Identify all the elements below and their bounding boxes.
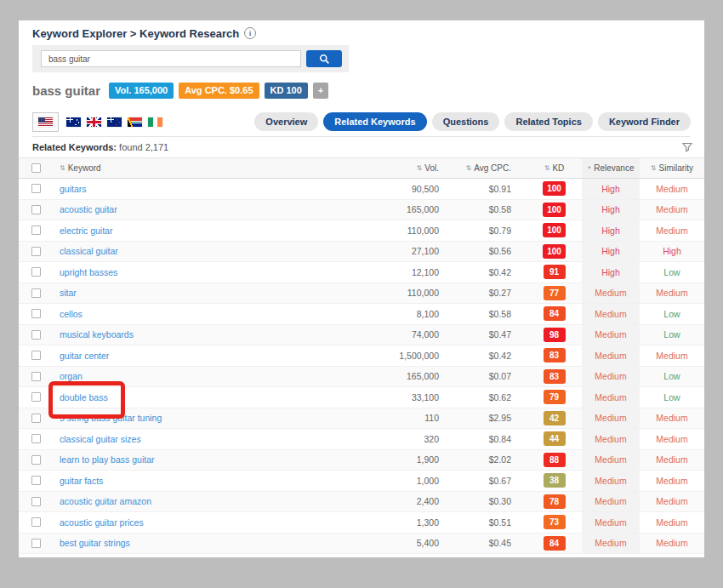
table-row: guitars 90,500 $0.91 100 High Medium — [19, 179, 704, 200]
row-checkbox[interactable] — [31, 476, 41, 485]
table-row: upright basses 12,100 $0.42 91 High Low — [19, 262, 704, 283]
tab-overview[interactable]: Overview — [254, 112, 318, 131]
united-kingdom-flag-icon[interactable] — [87, 117, 101, 127]
row-checkbox[interactable] — [31, 517, 41, 527]
similarity-value: Medium — [640, 450, 704, 471]
keyword-link[interactable]: best guitar strings — [60, 538, 130, 548]
tab-related-keywords[interactable]: Related Keywords — [323, 112, 426, 131]
sort-icon: ⇅ — [60, 164, 65, 172]
header-relevance[interactable]: •Relevance — [582, 158, 640, 178]
row-checkbox[interactable] — [31, 392, 41, 402]
row-checkbox[interactable] — [31, 225, 41, 235]
south-africa-flag-icon[interactable] — [128, 117, 142, 127]
table-row: classical guitar 27,100 $0.56 100 High H… — [19, 242, 704, 263]
info-icon[interactable]: i — [244, 27, 256, 39]
relevance-value: Medium — [582, 345, 640, 366]
keyword-link[interactable]: acoustic guitar amazon — [60, 496, 151, 506]
keyword-link[interactable]: musical keyboards — [60, 329, 134, 340]
keyword-summary: bass guitar Vol. 165,000 Avg CPC. $0.65 … — [32, 82, 691, 100]
keyword-link[interactable]: electric guitar — [60, 225, 112, 236]
united-states-flag-icon — [38, 117, 53, 127]
volume-value: 320 — [373, 429, 454, 449]
cpc-value: $0.58 — [454, 304, 527, 324]
similarity-value: Low — [640, 304, 704, 324]
keyword-link[interactable]: guitars — [60, 184, 87, 194]
row-checkbox[interactable] — [31, 497, 41, 506]
row-checkbox[interactable] — [31, 330, 41, 340]
kd-badge: 38 — [544, 473, 566, 488]
relevance-value: High — [582, 262, 640, 283]
keyword-link[interactable]: double bass — [60, 392, 108, 402]
volume-value: 74,000 — [373, 325, 454, 345]
tab-related-topics[interactable]: Related Topics — [504, 112, 592, 131]
keyword-link[interactable]: learn to play bass guitar — [60, 454, 154, 465]
kd-badge: 79 — [544, 390, 566, 404]
keyword-link[interactable]: classical guitar sizes — [60, 434, 141, 444]
cpc-value: $0.56 — [454, 242, 527, 262]
table-row: acoustic guitar amazon 2,400 $0.30 78 Me… — [19, 492, 704, 513]
search-button[interactable] — [306, 50, 342, 67]
table-row: learn to play bass guitar 1,900 $2.02 88… — [19, 450, 704, 471]
header-similarity[interactable]: ⇅Similarity — [640, 163, 704, 173]
similarity-value: Low — [640, 262, 704, 283]
kd-badge: 44 — [544, 431, 566, 446]
row-checkbox[interactable] — [31, 434, 41, 443]
table-row: double bass 33,100 $0.62 79 Medium Low — [19, 387, 704, 408]
relevance-value: Medium — [582, 492, 640, 512]
keyword-link[interactable]: acoustic guitar — [60, 204, 117, 214]
filter-icon[interactable] — [682, 142, 692, 152]
table-row: cellos 8,100 $0.58 84 Medium Low — [19, 304, 704, 325]
header-kd[interactable]: ⇅KD — [527, 163, 582, 173]
search-input[interactable] — [41, 50, 301, 67]
header-keyword[interactable]: ⇅Keyword — [53, 163, 373, 173]
header-volume[interactable]: ⇅Vol. — [373, 163, 454, 173]
tab-keyword-finder[interactable]: Keyword Finder — [598, 112, 691, 131]
select-all-checkbox[interactable] — [31, 163, 41, 173]
results-count-bar: Related Keywords: found 2,171 — [19, 137, 704, 158]
cpc-badge: Avg CPC. $0.65 — [179, 83, 259, 99]
kd-badge: 78 — [544, 494, 566, 509]
relevance-value: Medium — [582, 534, 640, 554]
row-checkbox[interactable] — [31, 247, 41, 256]
keyword-link[interactable]: organ — [60, 371, 83, 381]
keyword-link[interactable]: upright basses — [60, 267, 117, 277]
row-checkbox[interactable] — [31, 351, 41, 360]
volume-value: 110 — [373, 408, 454, 429]
keyword-link[interactable]: acoustic guitar prices — [60, 517, 144, 528]
keyword-link[interactable]: cellos — [60, 309, 83, 319]
similarity-value: Medium — [640, 471, 704, 491]
row-checkbox[interactable] — [31, 455, 41, 465]
kd-badge: 100 — [543, 203, 566, 217]
keyword-link[interactable]: guitar facts — [60, 476, 103, 486]
flag-united-states-selected[interactable] — [32, 112, 59, 132]
row-checkbox[interactable] — [31, 372, 41, 381]
results-found: found 2,171 — [119, 142, 168, 152]
tab-questions[interactable]: Questions — [432, 112, 500, 131]
keyword-link[interactable]: classical guitar — [60, 246, 118, 256]
add-badge-button[interactable]: + — [313, 83, 328, 99]
ireland-flag-icon[interactable] — [148, 117, 162, 127]
row-checkbox[interactable] — [31, 267, 41, 277]
keyword-link[interactable]: 5 string bass guitar tuning — [60, 413, 162, 423]
row-checkbox[interactable] — [31, 184, 41, 193]
cpc-value: $2.02 — [454, 450, 527, 471]
row-checkbox[interactable] — [31, 539, 41, 548]
similarity-value: Medium — [640, 408, 704, 429]
similarity-value: Medium — [640, 429, 704, 449]
cpc-value: $0.79 — [454, 220, 527, 241]
similarity-value: Medium — [640, 283, 704, 304]
flags-and-tabs-row: Overview Related Keywords Questions Rela… — [32, 111, 691, 137]
kd-badge: 100 — [543, 223, 566, 237]
australia-flag-icon[interactable] — [66, 117, 81, 127]
relevance-value: Medium — [582, 429, 640, 449]
keyword-link[interactable]: sitar — [60, 288, 77, 298]
row-checkbox[interactable] — [31, 288, 41, 298]
row-checkbox[interactable] — [31, 205, 41, 214]
row-checkbox[interactable] — [31, 309, 41, 318]
header-cpc[interactable]: ⇅Avg CPC. — [454, 163, 527, 173]
volume-value: 1,900 — [373, 450, 454, 471]
new-zealand-flag-icon[interactable] — [107, 117, 122, 127]
keyword-link[interactable]: guitar center — [60, 351, 109, 361]
search-icon — [319, 54, 330, 65]
row-checkbox[interactable] — [31, 414, 41, 423]
